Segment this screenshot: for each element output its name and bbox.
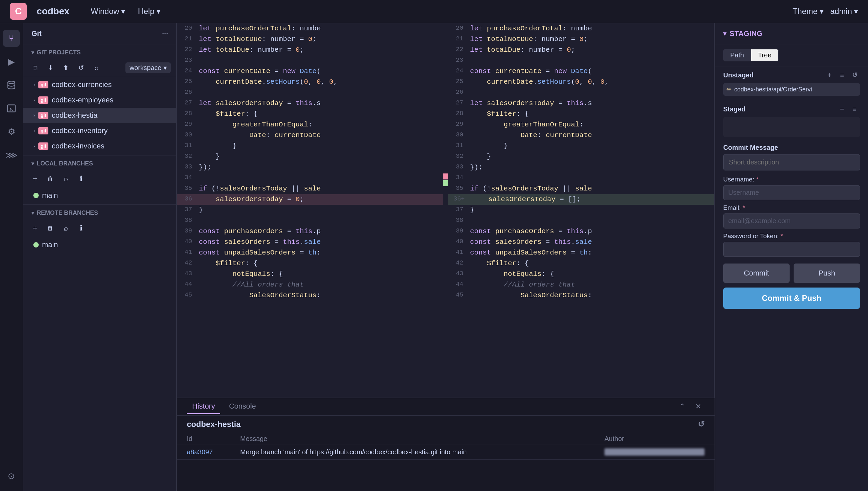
git-projects-chevron: ▾ bbox=[31, 49, 34, 56]
tree-btn[interactable]: Tree bbox=[751, 49, 778, 61]
app-logo: C bbox=[10, 3, 27, 20]
staged-actions: − ≡ bbox=[837, 104, 860, 114]
diff-marker-added bbox=[443, 180, 448, 186]
tab-console[interactable]: Console bbox=[224, 399, 261, 414]
code-line: 42 $filter: { bbox=[448, 258, 714, 269]
project-codbex-employees[interactable]: › git codbex-employees bbox=[23, 92, 176, 108]
upload-btn[interactable]: ⬆ bbox=[59, 61, 72, 74]
theme-selector[interactable]: Theme ▾ bbox=[792, 7, 823, 16]
project-codbex-invoices[interactable]: › git codbex-invoices bbox=[23, 138, 176, 154]
history-row[interactable]: a8a3097 Merge branch 'main' of https://g… bbox=[177, 445, 715, 460]
staging-header: ▾ STAGING bbox=[715, 23, 868, 45]
activity-database[interactable] bbox=[3, 77, 20, 93]
download-btn[interactable]: ⬇ bbox=[44, 61, 57, 74]
delete-local-branch-btn[interactable]: 🗑 bbox=[44, 172, 57, 185]
col-message: Message bbox=[240, 435, 605, 443]
git-badge: git bbox=[38, 81, 48, 88]
refresh-history-btn[interactable]: ↺ bbox=[698, 420, 704, 429]
code-line: 23 bbox=[448, 55, 714, 66]
commit-button[interactable]: Commit bbox=[723, 263, 790, 283]
activity-git[interactable]: ⑂ bbox=[3, 30, 20, 47]
close-panel-btn[interactable]: ✕ bbox=[692, 400, 704, 413]
local-branch-main[interactable]: main bbox=[23, 188, 176, 203]
remote-branch-toolbar: + 🗑 ⌕ ℹ bbox=[23, 219, 176, 237]
menu-window[interactable]: Window ▾ bbox=[86, 5, 130, 18]
add-remote-branch-btn[interactable]: + bbox=[29, 222, 41, 234]
bottom-tab-actions: ⌃ ✕ bbox=[676, 400, 704, 413]
right-panel: ▾ STAGING Path Tree Unstaged + ≡ ↺ bbox=[715, 23, 868, 491]
email-field-group: Email: * bbox=[715, 202, 868, 230]
local-branches-title[interactable]: ▾ LOCAL BRANCHES bbox=[23, 155, 176, 170]
code-line: 31 } bbox=[177, 141, 443, 151]
code-line: 24 const currentDate = new Date( bbox=[177, 66, 443, 77]
top-menu: Window ▾ Help ▾ bbox=[86, 5, 165, 18]
project-codbex-inventory[interactable]: › git codbex-inventory bbox=[23, 123, 176, 138]
project-chevron: › bbox=[33, 112, 35, 118]
staged-empty-area bbox=[723, 117, 860, 137]
edit-icon: ✏ bbox=[727, 86, 731, 93]
project-codbex-hestia[interactable]: › git codbex-hestia bbox=[23, 108, 176, 123]
email-label: Email: * bbox=[723, 204, 860, 211]
commit-message-input[interactable] bbox=[723, 154, 860, 170]
info-remote-branch-btn[interactable]: ℹ bbox=[75, 222, 87, 234]
project-name: codbex-employees bbox=[52, 96, 113, 105]
left-code-pane[interactable]: 20 let purchaseOrderTotal: numbe 21 let … bbox=[177, 23, 443, 398]
diff-bar bbox=[443, 23, 448, 398]
project-name: codbex-currencies bbox=[52, 80, 112, 89]
code-line: 35 if (!salesOrdersToday || sale bbox=[177, 183, 443, 194]
password-label: Password or Token: * bbox=[723, 232, 860, 240]
right-code-pane[interactable]: 20 let purchaseOrderTotal: numbe 21 let … bbox=[448, 23, 715, 398]
remove-from-stage-btn[interactable]: − bbox=[837, 104, 847, 114]
search-local-branch-btn[interactable]: ⌕ bbox=[59, 172, 72, 185]
tab-history[interactable]: History bbox=[187, 399, 220, 414]
activity-settings[interactable]: ⚙ bbox=[3, 123, 20, 140]
add-local-branch-btn[interactable]: + bbox=[29, 172, 41, 185]
remote-branch-main[interactable]: main bbox=[23, 237, 176, 253]
search-remote-branch-btn[interactable]: ⌕ bbox=[59, 222, 72, 234]
add-to-stage-btn[interactable]: + bbox=[824, 70, 835, 80]
git-badge: git bbox=[38, 127, 48, 135]
activity-search[interactable]: ⊙ bbox=[3, 468, 20, 484]
code-line: 22 let totalDue: number = 0; bbox=[177, 45, 443, 55]
menu-help[interactable]: Help ▾ bbox=[133, 5, 165, 18]
git-projects-section[interactable]: ▾ GIT PROJECTS bbox=[23, 45, 176, 59]
local-branches-chevron: ▾ bbox=[31, 161, 34, 167]
unstaged-filename: codbex-hestia/api/OrderServi bbox=[734, 86, 857, 93]
code-line: 26 bbox=[177, 87, 443, 98]
col-author: Author bbox=[605, 435, 704, 443]
info-local-branch-btn[interactable]: ℹ bbox=[75, 172, 87, 185]
workspace-selector[interactable]: workspace ▾ bbox=[125, 62, 171, 73]
email-input[interactable] bbox=[723, 213, 860, 229]
username-input[interactable] bbox=[723, 185, 860, 200]
collapse-panel-btn[interactable]: ⌃ bbox=[676, 400, 689, 413]
project-codbex-currencies[interactable]: › git codbex-currencies bbox=[23, 77, 176, 92]
staged-list-btn[interactable]: ≡ bbox=[849, 104, 860, 114]
sidebar-more-btn[interactable]: ··· bbox=[162, 29, 168, 38]
unstaged-list-btn[interactable]: ≡ bbox=[837, 70, 847, 80]
push-button[interactable]: Push bbox=[793, 263, 860, 283]
password-input[interactable] bbox=[723, 242, 860, 257]
activity-terminal[interactable] bbox=[3, 100, 20, 117]
code-line: 32 } bbox=[177, 151, 443, 162]
delete-remote-branch-btn[interactable]: 🗑 bbox=[44, 222, 57, 234]
activity-plugins[interactable]: ⋙ bbox=[3, 147, 20, 164]
remote-branches-title[interactable]: ▾ REMOTE BRANCHES bbox=[23, 205, 176, 219]
password-field-group: Password or Token: * bbox=[715, 230, 868, 259]
activity-run[interactable]: ▶ bbox=[3, 53, 20, 70]
local-branches-section: ▾ LOCAL BRANCHES + 🗑 ⌕ ℹ main bbox=[23, 155, 176, 203]
unstaged-refresh-btn[interactable]: ↺ bbox=[849, 70, 860, 80]
bottom-tabs: History Console ⌃ ✕ bbox=[177, 398, 715, 415]
refresh-btn[interactable]: ↺ bbox=[75, 61, 87, 74]
code-line: 30 Date: currentDate bbox=[448, 130, 714, 141]
col-id: Id bbox=[187, 435, 240, 443]
code-line: 33 }); bbox=[177, 162, 443, 173]
commit-push-button[interactable]: Commit & Push bbox=[723, 288, 860, 309]
unstaged-file-item[interactable]: ✏ codbex-hestia/api/OrderServi bbox=[723, 83, 860, 96]
path-btn[interactable]: Path bbox=[723, 49, 751, 61]
copy-btn[interactable]: ⧉ bbox=[29, 61, 41, 74]
code-line: 40 const salesOrders = this.sale bbox=[448, 237, 714, 248]
search-btn[interactable]: ⌕ bbox=[90, 61, 103, 74]
code-line: 45 SalesOrderStatus: bbox=[448, 290, 714, 301]
code-line: 43 notEquals: { bbox=[177, 269, 443, 280]
user-menu[interactable]: admin ▾ bbox=[830, 7, 858, 16]
